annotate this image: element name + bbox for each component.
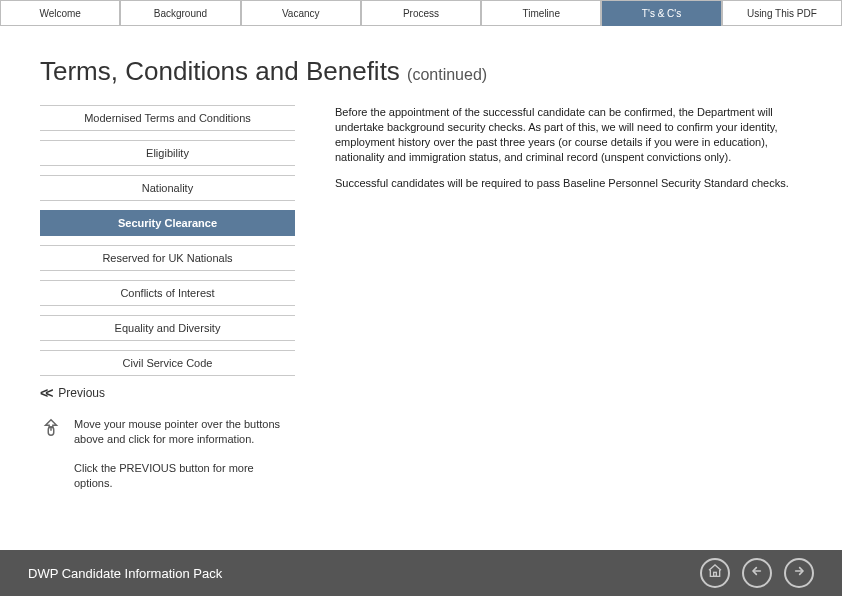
sidebar-item-label: Eligibility <box>146 147 189 159</box>
arrow-left-icon <box>749 563 765 583</box>
page-title: Terms, Conditions and Benefits (continue… <box>40 56 802 87</box>
sidebar-item-eligibility[interactable]: Eligibility <box>40 140 295 166</box>
footer-nav <box>700 558 814 588</box>
hint-row: Move your mouse pointer over the buttons… <box>40 417 295 447</box>
tab-background[interactable]: Background <box>121 1 239 26</box>
previous-label: Previous <box>58 386 105 400</box>
sidebar-item-nationality[interactable]: Nationality <box>40 175 295 201</box>
sidebar-item-modernised-tc[interactable]: Modernised Terms and Conditions <box>40 105 295 131</box>
sidebar-item-label: Modernised Terms and Conditions <box>84 112 251 124</box>
hint-row: Click the PREVIOUS button for more optio… <box>40 461 295 491</box>
tab-ts-and-cs[interactable]: T's & C's <box>602 1 720 26</box>
sidebar-item-reserved-uk[interactable]: Reserved for UK Nationals <box>40 245 295 271</box>
tab-label: Background <box>154 8 207 19</box>
sidebar-item-civil-service-code[interactable]: Civil Service Code <box>40 350 295 376</box>
home-button[interactable] <box>700 558 730 588</box>
svg-rect-2 <box>714 572 717 576</box>
sidebar: Modernised Terms and Conditions Eligibil… <box>40 105 295 504</box>
tab-using-pdf[interactable]: Using This PDF <box>723 1 841 26</box>
tab-label: Timeline <box>523 8 560 19</box>
hint-text: Move your mouse pointer over the buttons… <box>74 417 295 447</box>
main-content: Before the appointment of the successful… <box>335 105 802 504</box>
tab-label: Vacancy <box>282 8 320 19</box>
footer-title: DWP Candidate Information Pack <box>28 566 222 581</box>
tab-label: T's & C's <box>642 8 681 19</box>
footer: DWP Candidate Information Pack <box>0 550 842 596</box>
heading-suffix: (continued) <box>407 66 487 83</box>
arrow-right-icon <box>791 563 807 583</box>
sidebar-item-equality[interactable]: Equality and Diversity <box>40 315 295 341</box>
sidebar-item-label: Reserved for UK Nationals <box>102 252 232 264</box>
tab-vacancy[interactable]: Vacancy <box>242 1 360 26</box>
sidebar-item-security-clearance[interactable]: Security Clearance <box>40 210 295 236</box>
top-nav: Welcome Background Vacancy Process Timel… <box>0 0 842 26</box>
home-icon <box>707 563 723 583</box>
body-paragraph: Successful candidates will be required t… <box>335 176 802 191</box>
next-page-button[interactable] <box>784 558 814 588</box>
tab-timeline[interactable]: Timeline <box>482 1 600 26</box>
sidebar-item-label: Civil Service Code <box>123 357 213 369</box>
mouse-pointer-icon <box>40 417 62 443</box>
chevron-left-icon: << <box>40 385 50 401</box>
tab-label: Using This PDF <box>747 8 817 19</box>
sidebar-item-conflicts[interactable]: Conflicts of Interest <box>40 280 295 306</box>
hint-text: Click the PREVIOUS button for more optio… <box>74 461 295 491</box>
sidebar-item-label: Conflicts of Interest <box>120 287 214 299</box>
sidebar-item-label: Security Clearance <box>118 217 217 229</box>
tab-process[interactable]: Process <box>362 1 480 26</box>
body-paragraph: Before the appointment of the successful… <box>335 105 802 164</box>
heading-main: Terms, Conditions and Benefits <box>40 56 400 86</box>
sidebar-item-label: Equality and Diversity <box>115 322 221 334</box>
tab-welcome[interactable]: Welcome <box>1 1 119 26</box>
previous-button[interactable]: << Previous <box>40 385 295 401</box>
prev-page-button[interactable] <box>742 558 772 588</box>
tab-label: Welcome <box>39 8 81 19</box>
sidebar-item-label: Nationality <box>142 182 193 194</box>
tab-label: Process <box>403 8 439 19</box>
